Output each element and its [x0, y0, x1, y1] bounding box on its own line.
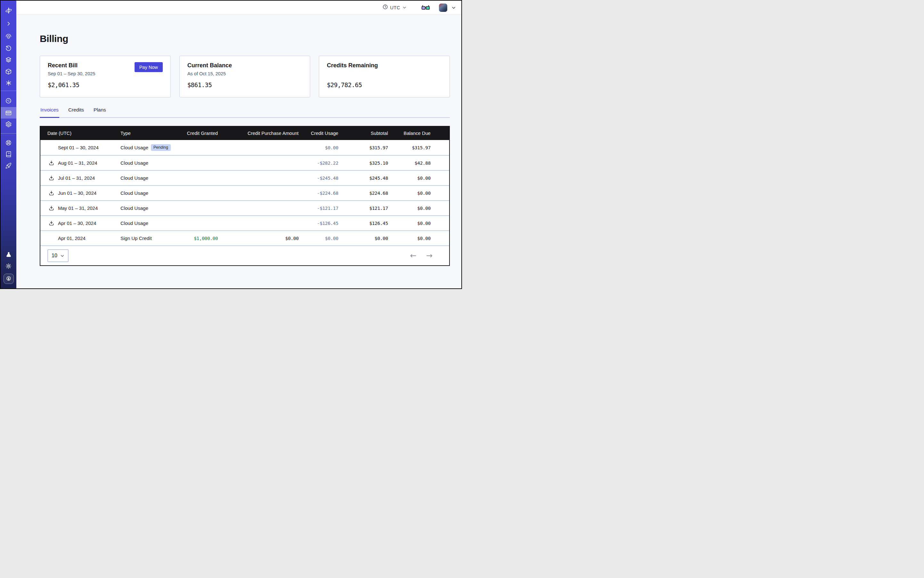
download-invoice-icon[interactable]: [49, 175, 54, 181]
invoice-type: Cloud Usage: [120, 190, 148, 196]
sidebar-item-asterisk-icon[interactable]: [1, 77, 16, 89]
balance-due-value: $42.88: [388, 161, 430, 166]
recent-bill-amount: $2,061.35: [48, 81, 163, 88]
invoice-type: Cloud Usage: [120, 205, 148, 211]
current-balance-card: Current Balance As of Oct 15, 2025 $861.…: [179, 56, 310, 97]
subtotal-value: $121.17: [338, 206, 388, 211]
clock-icon: [383, 4, 388, 11]
sidebar-divider: [1, 133, 16, 134]
column-header: Credit Purchase Amount: [218, 131, 299, 136]
table-row[interactable]: Aug 01 – 31, 2024 Cloud Usage -$282.22 $…: [41, 155, 449, 170]
table-body: Sept 01 – 30, 2024 Cloud Usage Pending $…: [41, 140, 449, 245]
credit-granted-value: $1,000.00: [181, 236, 218, 241]
invoice-date: Sept 01 – 30, 2024: [58, 145, 99, 150]
table-row[interactable]: Jun 01 – 30, 2024 Cloud Usage -$224.68 $…: [41, 185, 449, 200]
summary-cards: Recent Bill Sep 01 – Sep 30, 2025 $2,061…: [40, 56, 450, 97]
balance-due-value: $0.00: [388, 206, 430, 211]
credits-remaining-amount: $29,782.65: [327, 81, 442, 88]
invoice-date: Jun 01 – 30, 2024: [58, 190, 96, 196]
next-page-button[interactable]: →: [426, 252, 432, 260]
invoice-date: Apr 01, 2024: [58, 235, 86, 241]
sidebar-item-layers-icon[interactable]: [1, 54, 16, 65]
chevron-down-icon: [403, 5, 407, 10]
column-header: Subtotal: [338, 131, 388, 136]
collapse-chevron-right-icon[interactable]: [1, 18, 16, 29]
credits-dollar-badge-button[interactable]: [3, 274, 14, 284]
table-header: Date (UTC)TypeCredit GrantedCredit Purch…: [41, 127, 449, 140]
page-title: Billing: [40, 15, 450, 44]
goggles-icon[interactable]: [421, 5, 430, 11]
avatar[interactable]: [439, 3, 447, 12]
sidebar-item-history-icon[interactable]: [1, 42, 16, 54]
status-badge: Pending: [151, 144, 171, 151]
tab-credits[interactable]: Credits: [68, 107, 84, 117]
subtotal-value: $126.45: [338, 221, 388, 226]
column-header: Type: [120, 131, 181, 136]
sidebar-item-rocket-icon[interactable]: [1, 160, 16, 171]
sidebar-item-labs-flask-icon[interactable]: [1, 249, 16, 260]
download-invoice-icon[interactable]: [49, 190, 54, 196]
account-chevron-down-icon[interactable]: [451, 5, 456, 10]
timezone-selector[interactable]: UTC: [383, 4, 407, 11]
invoice-type: Cloud Usage: [120, 221, 148, 226]
invoice-date: May 01 – 31, 2024: [58, 205, 98, 211]
subtotal-value: $224.68: [338, 191, 388, 196]
sidebar-item-settings-gear-icon[interactable]: [1, 119, 16, 130]
credit-purchase-value: $0.00: [218, 236, 299, 241]
invoice-date: Apr 01 – 30, 2024: [58, 221, 96, 226]
table-row[interactable]: Apr 01, 2024 Sign Up Credit $1,000.00 $0…: [41, 231, 449, 245]
sidebar-item-iris-icon[interactable]: [1, 31, 16, 42]
table-row[interactable]: Apr 01 – 30, 2024 Cloud Usage -$126.45 $…: [41, 215, 449, 231]
download-invoice-icon[interactable]: [49, 205, 54, 211]
sidebar-divider: [1, 91, 16, 91]
invoices-table: Date (UTC)TypeCredit GrantedCredit Purch…: [40, 126, 450, 266]
subtotal-value: $0.00: [338, 236, 388, 241]
balance-due-value: $0.00: [388, 175, 430, 181]
prev-page-button[interactable]: ←: [410, 252, 416, 260]
download-invoice-icon[interactable]: [49, 160, 54, 166]
theme-sun-icon[interactable]: [1, 260, 16, 272]
credit-usage-value: -$121.17: [299, 206, 338, 211]
sidebar-item-billing-icon[interactable]: [1, 107, 16, 119]
page-size-select[interactable]: 10: [47, 249, 68, 262]
sidebar-item-cube-icon[interactable]: [1, 66, 16, 77]
tab-plans[interactable]: Plans: [93, 107, 107, 117]
chevron-down-icon: [60, 254, 64, 258]
balance-due-value: $0.00: [388, 221, 430, 226]
card-title: Current Balance: [187, 62, 302, 69]
column-header: Credit Usage: [299, 131, 338, 136]
tab-invoices[interactable]: Invoices: [40, 107, 59, 118]
credit-usage-value: $0.00: [299, 145, 338, 150]
download-invoice-icon[interactable]: [49, 221, 54, 226]
credits-remaining-card: Credits Remaining $29,782.65: [319, 56, 450, 97]
pagination-arrows: ← →: [410, 252, 432, 260]
credit-usage-value: $0.00: [299, 236, 338, 241]
topbar: UTC: [16, 1, 462, 15]
page-size-value: 10: [52, 253, 57, 258]
credit-usage-value: -$126.45: [299, 221, 338, 226]
sidebar: [1, 1, 16, 288]
sidebar-item-usage-gauge-icon[interactable]: [1, 95, 16, 106]
subtotal-value: $315.97: [338, 145, 388, 150]
balance-due-value: $0.00: [388, 191, 430, 196]
sidebar-item-docs-book-icon[interactable]: [1, 148, 16, 160]
table-row[interactable]: May 01 – 31, 2024 Cloud Usage -$121.17 $…: [41, 200, 449, 215]
invoice-type: Sign Up Credit: [120, 235, 152, 241]
app-window: UTC Billing Recent Bill Sep 01 – Sep 3: [0, 0, 462, 289]
table-row[interactable]: Sept 01 – 30, 2024 Cloud Usage Pending $…: [41, 140, 449, 155]
timezone-label: UTC: [390, 5, 400, 10]
table-footer: 10 ← →: [41, 245, 449, 265]
main-content: Billing Recent Bill Sep 01 – Sep 30, 202…: [16, 15, 462, 289]
column-header: Date (UTC): [41, 131, 120, 136]
card-title: Credits Remaining: [327, 62, 442, 69]
invoice-type: Cloud Usage: [120, 175, 148, 181]
pay-now-button[interactable]: Pay Now: [135, 62, 163, 72]
subtotal-value: $325.10: [338, 161, 388, 166]
card-subtitle: Sep 01 – Sep 30, 2025: [48, 71, 163, 78]
column-header: Balance Due: [388, 131, 430, 136]
balance-due-value: $315.97: [388, 145, 430, 150]
logo-orbit-icon: [1, 5, 16, 16]
table-row[interactable]: Jul 01 – 31, 2024 Cloud Usage -$245.48 $…: [41, 170, 449, 185]
current-balance-amount: $861.35: [187, 81, 302, 88]
sidebar-item-support-wheel-icon[interactable]: [1, 137, 16, 148]
